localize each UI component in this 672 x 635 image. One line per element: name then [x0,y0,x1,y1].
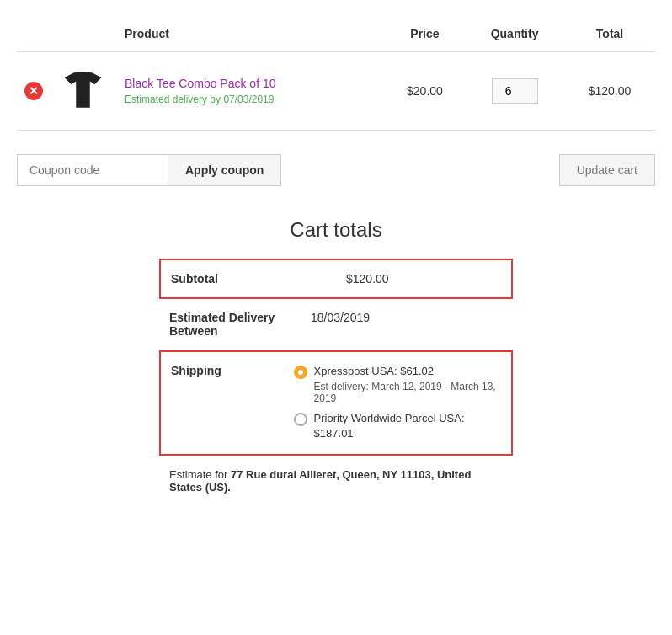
shipping-option-priority: Priority Worldwide Parcel USA: $187.01 [294,411,501,441]
subtotal-inner-table: Subtotal $120.00 [161,260,511,297]
product-image [57,66,108,116]
xpresspost-est: Est delivery: March 12, 2019 - March 13,… [314,381,501,404]
totals-lower-table: Estimated Delivery Between 18/03/2019 [159,299,513,350]
xpresspost-text-group: Xpresspost USA: $61.02 Est delivery: Mar… [314,364,501,404]
shipping-inner-table: Shipping Xpresspost USA: $61.02 Est deli… [161,352,511,454]
subtotal-inner-value: $120.00 [336,260,511,297]
product-image-cell [51,51,118,131]
delivery-label: Estimated Delivery Between [159,299,301,350]
priority-text-group: Priority Worldwide Parcel USA: $187.01 [314,411,501,441]
product-info-cell: Black Tee Combo Pack of 10 Estimated del… [118,51,385,131]
quantity-input[interactable] [492,78,538,104]
shipping-label: Shipping [161,352,284,454]
col-header-remove [17,17,51,51]
product-name-link[interactable]: Black Tee Combo Pack of 10 [125,77,276,90]
shipping-option-xpresspost: Xpresspost USA: $61.02 Est delivery: Mar… [294,364,501,404]
radio-priority-unselected[interactable] [294,413,307,426]
apply-coupon-button[interactable]: Apply coupon [168,154,281,186]
coupon-left-group: Apply coupon [17,154,281,186]
col-header-price: Price [385,17,465,51]
remove-cell: ✕ [17,51,51,131]
coupon-code-input[interactable] [17,154,168,186]
cart-totals-title: Cart totals [159,218,513,242]
col-header-product: Product [118,17,385,51]
col-header-image [51,17,118,51]
remove-icon: ✕ [24,82,43,100]
remove-item-button[interactable]: ✕ [24,82,43,100]
update-cart-button[interactable]: Update cart [559,154,655,186]
cart-table: Product Price Quantity Total ✕ [17,17,655,131]
cart-totals-section: Cart totals Subtotal $120.00 Subtotal $1… [159,218,513,505]
product-qty-cell [465,51,564,131]
table-row: ✕ Black Tee Combo Pack of 10 Estimated d… [17,51,655,131]
tshirt-svg-icon [60,68,106,115]
shipping-inner-row: Shipping Xpresspost USA: $61.02 Est deli… [161,352,511,454]
shipping-bordered-container: Shipping Xpresspost USA: $61.02 Est deli… [159,350,513,456]
xpresspost-label: Xpresspost USA: $61.02 [314,364,501,379]
subtotal-bordered-container: Subtotal $120.00 [159,259,513,299]
coupon-row: Apply coupon Update cart [17,147,655,193]
product-price-cell: $20.00 [385,51,465,131]
subtotal-inner-row: Subtotal $120.00 [161,260,511,297]
subtotal-inner-label: Subtotal [161,260,336,297]
col-header-quantity: Quantity [465,17,564,51]
shipping-options-cell: Xpresspost USA: $61.02 Est delivery: Mar… [284,352,511,454]
product-total-cell: $120.00 [564,51,655,131]
estimate-label: Estimate for [169,468,227,481]
col-header-total: Total [564,17,655,51]
delivery-row: Estimated Delivery Between 18/03/2019 [159,299,513,350]
product-delivery-date: Estimated delivery by 07/03/2019 [125,93,378,105]
estimate-address-container: Estimate for 77 Rue dural Ailleret, Quee… [159,456,513,505]
delivery-value: 18/03/2019 [301,299,513,350]
priority-label: Priority Worldwide Parcel USA: $187.01 [314,411,501,441]
radio-xpresspost-selected[interactable] [294,366,307,379]
